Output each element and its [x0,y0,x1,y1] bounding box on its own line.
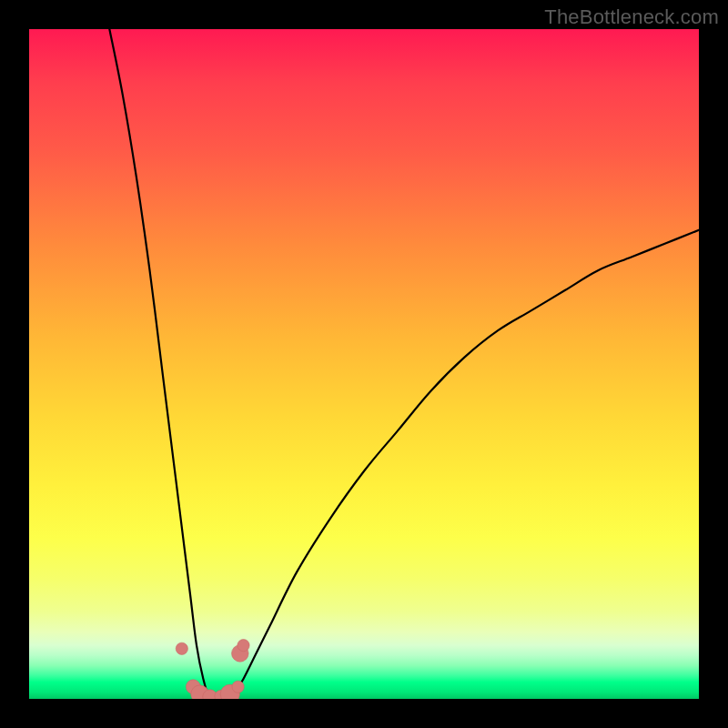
plot-area [29,29,699,699]
bottleneck-curve [109,29,699,699]
watermark-text: TheBottleneck.com [544,5,719,29]
curve-markers [176,640,249,700]
curve-layer [29,29,699,699]
chart-frame: TheBottleneck.com [0,0,728,728]
curve-marker [232,681,244,693]
curve-marker [176,642,187,654]
curve-marker [238,640,249,652]
